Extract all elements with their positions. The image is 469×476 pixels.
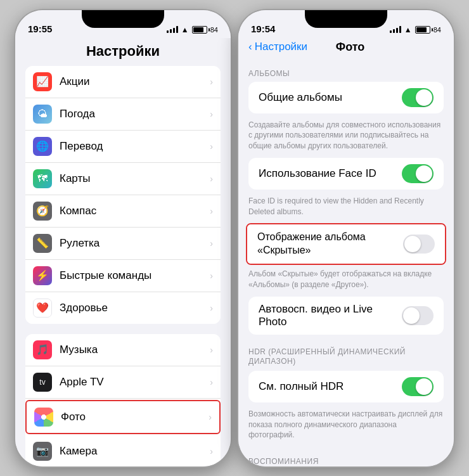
back-chevron-icon: ‹ [248, 41, 252, 53]
battery-label-left: 84 [210, 26, 218, 34]
chevron-icon: › [210, 206, 213, 216]
chevron-icon: › [210, 109, 213, 119]
photos-icon [34, 408, 53, 427]
settings-item-camera[interactable]: 📷 Камера › [25, 435, 221, 466]
shared-albums-row: Общие альбомы [248, 82, 444, 113]
chevron-icon: › [210, 377, 213, 387]
autoplay-label: Автовосп. видео и Live Photo [259, 303, 402, 328]
hdr-label: См. полный HDR [259, 380, 402, 393]
health-label: Здоровье [60, 302, 210, 314]
faceid-card: Использование Face ID [248, 158, 444, 190]
hdr-row: См. полный HDR [248, 371, 444, 402]
weather-icon: 🌤 [33, 105, 52, 124]
settings-item-appletv[interactable]: tv Apple TV › [25, 366, 221, 399]
faceid-desc: Face ID is required to view the Hidden a… [238, 192, 454, 224]
chevron-icon: › [210, 271, 213, 281]
autoplay-row: Автовосп. видео и Live Photo [248, 297, 444, 335]
back-button[interactable]: ‹ Настройки [248, 41, 307, 53]
battery-icon-left [192, 26, 207, 34]
shared-albums-label: Общие альбомы [259, 91, 402, 104]
weather-label: Погода [60, 108, 210, 120]
chevron-icon: › [210, 174, 213, 184]
section-header-hdr: HDR (РАСШИРЕННЫЙ ДИНАМИЧЕСКИЙ ДИАПАЗОН) [238, 337, 454, 371]
stocks-icon: 📈 [33, 72, 52, 91]
compass-label: Компас [60, 205, 210, 217]
section-header-memories: ВОСПОМИНАНИЯ [238, 447, 454, 466]
camera-label: Камера [60, 445, 210, 458]
photos-label: Фото [61, 411, 209, 423]
photos-settings-screen: Яблык ‹ Настройки Фото АЛЬБОМЫ Общие аль… [238, 38, 454, 466]
notch-left [82, 10, 164, 28]
wifi-icon: ▲ [181, 25, 189, 34]
battery-icon-right [415, 26, 430, 34]
hdr-desc: Возможность автоматически настраивать ди… [238, 405, 454, 447]
settings-item-photos[interactable]: Фото › [25, 400, 221, 434]
settings-item-health[interactable]: ❤️ Здоровье › [25, 292, 221, 324]
maps-label: Карты [60, 172, 210, 185]
settings-item-maps[interactable]: 🗺 Карты › [25, 163, 221, 195]
autoplay-card: Автовосп. видео и Live Photo [248, 297, 444, 335]
settings-item-translate[interactable]: 🌐 Перевод › [25, 131, 221, 163]
chevron-icon: › [210, 238, 213, 248]
battery-label-right: 84 [434, 26, 441, 34]
shared-albums-card: Общие альбомы [248, 82, 444, 113]
music-icon: 🎵 [33, 340, 52, 359]
settings-item-weather[interactable]: 🌤 Погода › [25, 98, 221, 131]
maps-icon: 🗺 [33, 169, 52, 188]
section-header-albums: АЛЬБОМЫ [238, 59, 454, 82]
measure-icon: 📏 [33, 234, 52, 253]
nav-bar: ‹ Настройки Фото [238, 38, 454, 59]
chevron-icon: › [210, 77, 213, 87]
chevron-icon: › [210, 345, 213, 355]
settings-item-compass[interactable]: 🧭 Компас › [25, 195, 221, 228]
hidden-album-row: Отображение альбома «Скрытые» [247, 224, 445, 264]
left-phone: 19:55 ▲ 84 Настройки 📈 Акции › [15, 10, 231, 466]
chevron-icon: › [209, 412, 212, 422]
faceid-toggle[interactable] [402, 164, 434, 183]
hidden-album-card-highlighted: Отображение альбома «Скрытые» [246, 223, 446, 265]
signal-icon [167, 26, 178, 33]
camera-icon: 📷 [33, 442, 52, 461]
shared-albums-toggle[interactable] [402, 88, 434, 107]
autoplay-toggle[interactable] [402, 306, 434, 325]
compass-icon: 🧭 [33, 202, 52, 221]
page-title: Фото [307, 41, 393, 54]
hidden-album-toggle[interactable] [403, 235, 435, 254]
settings-group-1: 📈 Акции › 🌤 Погода › 🌐 Перевод › 🗺 Карты… [25, 66, 221, 324]
hdr-toggle[interactable] [402, 377, 434, 396]
chevron-icon: › [210, 446, 213, 456]
settings-item-stocks[interactable]: 📈 Акции › [25, 66, 221, 98]
settings-item-shortcuts[interactable]: ⚡ Быстрые команды › [25, 260, 221, 292]
faceid-label: Использование Face ID [259, 167, 402, 180]
settings-title: Настройки [15, 38, 231, 66]
hidden-album-label: Отображение альбома «Скрытые» [257, 231, 403, 257]
chevron-icon: › [210, 141, 213, 151]
measure-label: Рулетка [60, 237, 210, 250]
appletv-label: Apple TV [60, 376, 210, 389]
settings-screen: Настройки 📈 Акции › 🌤 Погода › 🌐 Перевод… [15, 38, 231, 466]
shortcuts-icon: ⚡ [33, 266, 52, 285]
settings-item-measure[interactable]: 📏 Рулетка › [25, 228, 221, 260]
status-icons-left: ▲ 84 [167, 25, 218, 34]
time-right: 19:54 [251, 23, 275, 34]
shared-albums-desc: Создавайте альбомы для совместного испол… [238, 116, 454, 158]
faceid-row: Использование Face ID [248, 158, 444, 190]
translate-label: Перевод [60, 140, 210, 153]
settings-item-music[interactable]: 🎵 Музыка › [25, 334, 221, 366]
settings-group-2: 🎵 Музыка › tv Apple TV › Фото › 📷 Камера [25, 334, 221, 466]
health-icon: ❤️ [33, 299, 52, 318]
right-phone: 19:54 ▲ 84 Яблык ‹ Настройки Фото [238, 10, 454, 466]
hdr-card: См. полный HDR [248, 371, 444, 402]
translate-icon: 🌐 [33, 137, 52, 156]
appletv-icon: tv [33, 373, 52, 392]
notch-right [305, 10, 387, 28]
time-left: 19:55 [28, 23, 52, 34]
chevron-icon: › [210, 303, 213, 313]
music-label: Музыка [60, 344, 210, 356]
shortcuts-label: Быстрые команды [60, 269, 210, 282]
wifi-icon-right: ▲ [404, 25, 412, 34]
hidden-album-desc: Альбом «Скрытые» будет отображаться на в… [238, 265, 454, 297]
stocks-label: Акции [60, 75, 210, 88]
signal-icon-right [390, 26, 401, 33]
back-label: Настройки [255, 41, 307, 53]
